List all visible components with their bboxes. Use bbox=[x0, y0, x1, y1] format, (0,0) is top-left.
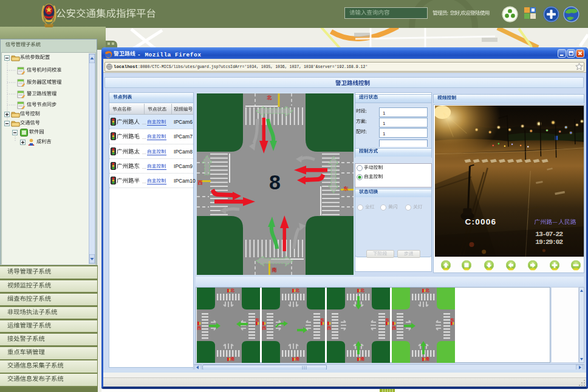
svg-text:19:29:02: 19:29:02 bbox=[535, 238, 563, 246]
svg-text:C:0006: C:0006 bbox=[465, 217, 496, 226]
svg-text:8: 8 bbox=[269, 171, 281, 194]
svg-text:13-07-22: 13-07-22 bbox=[535, 230, 563, 238]
